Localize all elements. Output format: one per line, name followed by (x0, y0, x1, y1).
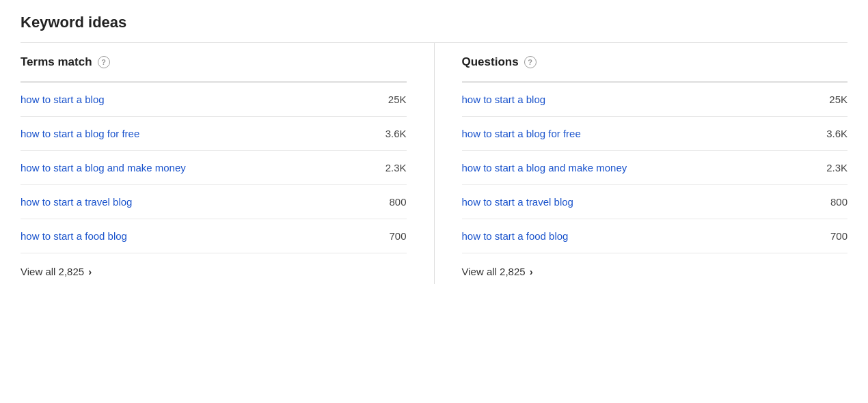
view-all-text-left: View all 2,825 (21, 266, 84, 277)
table-row: how to start a blog for free 3.6K (462, 117, 848, 151)
keyword-link[interactable]: how to start a blog and make money (21, 162, 186, 173)
questions-help-icon[interactable]: ? (524, 56, 537, 68)
keyword-link[interactable]: how to start a food blog (21, 230, 127, 242)
table-row: how to start a blog 25K (462, 83, 848, 117)
questions-header: Questions ? (462, 43, 848, 83)
terms-match-list: how to start a blog 25K how to start a b… (21, 83, 407, 253)
keyword-link[interactable]: how to start a blog for free (462, 128, 581, 139)
keyword-link[interactable]: how to start a blog (21, 94, 105, 105)
keyword-volume: 2.3K (372, 162, 407, 173)
questions-list: how to start a blog 25K how to start a b… (462, 83, 848, 253)
view-all-arrow-right[interactable]: › (530, 266, 533, 277)
table-row: how to start a food blog 700 (462, 219, 848, 253)
terms-match-column: Terms match ? how to start a blog 25K ho… (21, 43, 435, 284)
keyword-volume: 700 (372, 230, 407, 242)
keyword-link[interactable]: how to start a blog and make money (462, 162, 627, 173)
keyword-volume: 3.6K (813, 128, 847, 139)
terms-match-help-icon[interactable]: ? (98, 56, 110, 68)
terms-match-title: Terms match (21, 55, 92, 69)
keyword-link[interactable]: how to start a travel blog (462, 196, 573, 208)
keyword-volume: 2.3K (813, 162, 847, 173)
keyword-volume: 700 (813, 230, 847, 242)
keyword-volume: 3.6K (372, 128, 407, 139)
table-row: how to start a travel blog 800 (21, 185, 407, 219)
keyword-link[interactable]: how to start a food blog (462, 230, 569, 242)
view-all-text-right: View all 2,825 (462, 266, 526, 277)
columns-wrapper: Terms match ? how to start a blog 25K ho… (21, 43, 847, 284)
keyword-link[interactable]: how to start a blog for free (21, 128, 139, 139)
keyword-volume: 800 (372, 196, 407, 208)
terms-match-header: Terms match ? (21, 43, 407, 83)
questions-title: Questions (462, 55, 519, 69)
table-row: how to start a blog and make money 2.3K (21, 151, 407, 185)
table-row: how to start a blog for free 3.6K (21, 117, 407, 151)
table-row: how to start a food blog 700 (21, 219, 407, 253)
page-title: Keyword ideas (21, 14, 847, 43)
keyword-volume: 25K (372, 94, 407, 105)
table-row: how to start a travel blog 800 (462, 185, 848, 219)
table-row: how to start a blog 25K (21, 83, 407, 117)
page-container: Keyword ideas Terms match ? how to start… (0, 0, 868, 298)
view-all-arrow-left[interactable]: › (88, 266, 92, 277)
table-row: how to start a blog and make money 2.3K (462, 151, 848, 185)
keyword-volume: 25K (813, 94, 847, 105)
keyword-volume: 800 (813, 196, 847, 208)
keyword-link[interactable]: how to start a blog (462, 94, 546, 105)
keyword-link[interactable]: how to start a travel blog (21, 196, 132, 208)
questions-column: Questions ? how to start a blog 25K how … (435, 43, 848, 284)
view-all-row-right: View all 2,825 › (462, 253, 848, 284)
view-all-row-left: View all 2,825 › (21, 253, 407, 284)
